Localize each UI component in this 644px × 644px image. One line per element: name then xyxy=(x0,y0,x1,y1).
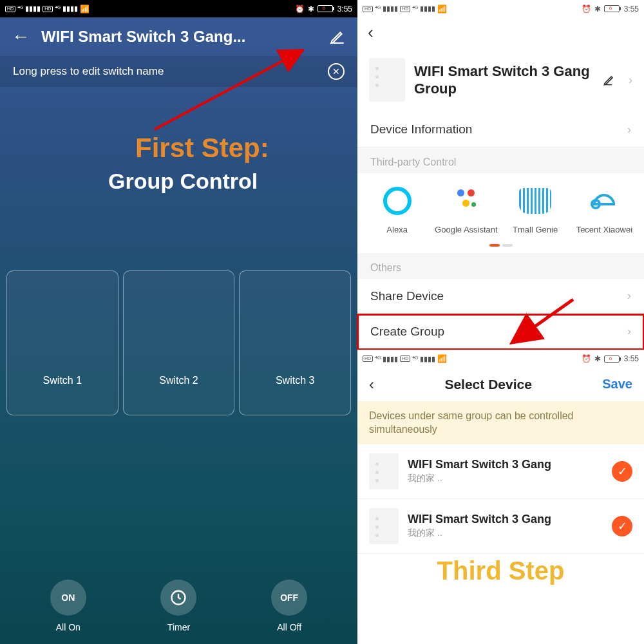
edit-device-icon[interactable] xyxy=(603,73,616,86)
chevron-right-icon: › xyxy=(627,289,631,303)
hint-text: Long press to edit switch name xyxy=(13,65,164,78)
assistant-tecent[interactable]: Tecent Xiaowei xyxy=(570,181,639,235)
select-title: Select Device xyxy=(444,377,531,392)
screen-select-device: HD⁴ᴳ ▮▮▮▮ HD⁴ᴳ ▮▮▮▮ 📶 ⏰ ✱ 6 3:55 ‹ Selec… xyxy=(357,350,644,585)
notice-bar: Devices under same group can be controll… xyxy=(357,401,644,444)
switch-1[interactable]: Switch 1 xyxy=(6,270,118,415)
assistant-google[interactable]: Google Assistant xyxy=(431,181,500,235)
tecent-xiaowei-icon xyxy=(589,191,619,211)
switch-row: Switch 1 Switch 2 Switch 3 xyxy=(6,270,351,415)
screen-main: HD⁴ᴳ ▮▮▮▮ HD⁴ᴳ ▮▮▮▮ 📶 ⏰ ✱ 6 3:55 ← WIFI … xyxy=(0,0,357,644)
switch-3[interactable]: Switch 3 xyxy=(239,270,351,415)
device-thumb-icon xyxy=(369,508,399,544)
switch-2[interactable]: Switch 2 xyxy=(123,270,235,415)
hint-bar: Long press to edit switch name ✕ xyxy=(0,56,357,87)
device-row-1[interactable]: WIFI Smart Switch 3 Gang 我的家 .. ✓ xyxy=(357,499,644,554)
assistant-tmall[interactable]: Tmall Genie xyxy=(501,181,570,235)
chevron-right-icon: › xyxy=(627,123,631,137)
all-on-button[interactable]: ON All On xyxy=(50,580,86,632)
third-step-annotation: Third Step xyxy=(357,554,644,585)
device-thumb-icon xyxy=(369,453,399,489)
chevron-right-icon: › xyxy=(627,325,631,338)
save-button[interactable]: Save xyxy=(602,377,632,392)
device-row-0[interactable]: WIFI Smart Switch 3 Gang 我的家 .. ✓ xyxy=(357,444,644,499)
check-icon[interactable]: ✓ xyxy=(612,461,632,482)
chevron-right-icon: › xyxy=(629,73,632,87)
status-time: 3:55 xyxy=(337,5,352,14)
device-header: WIFI Smart Switch 3 Gang Group › xyxy=(357,48,644,112)
back-button-2[interactable]: ‹ xyxy=(368,23,374,43)
alexa-icon xyxy=(383,187,412,215)
section-third-party: Third-party Control xyxy=(357,147,644,173)
row-device-information[interactable]: Device Information › xyxy=(357,112,644,147)
back-button-3[interactable]: ‹ xyxy=(369,375,374,393)
row-share-device[interactable]: Share Device › xyxy=(357,279,644,314)
all-off-button[interactable]: OFF All Off xyxy=(271,580,307,632)
alarm-icon: ⏰ xyxy=(582,354,591,363)
group-control-annotation: Group Control xyxy=(108,169,258,194)
edit-icon[interactable] xyxy=(329,28,346,45)
section-others: Others xyxy=(357,253,644,279)
assistant-alexa[interactable]: Alexa xyxy=(363,181,431,235)
bluetooth-icon: ✱ xyxy=(594,354,601,363)
device-name: WIFI Smart Switch 3 Gang Group xyxy=(414,62,594,98)
timer-button[interactable]: Timer xyxy=(160,580,196,632)
pager-dots xyxy=(357,240,644,253)
google-assistant-icon xyxy=(453,188,479,214)
bluetooth-icon: ✱ xyxy=(594,5,601,14)
status-bar-2: HD⁴ᴳ ▮▮▮▮ HD⁴ᴳ ▮▮▮▮ 📶 ⏰ ✱ 6 3:55 xyxy=(357,0,644,17)
device-thumb-icon xyxy=(369,58,405,102)
page-title: WIFI Smart Switch 3 Gang... xyxy=(41,28,329,46)
status-bar-3: HD⁴ᴳ ▮▮▮▮ HD⁴ᴳ ▮▮▮▮ 📶 ⏰ ✱ 6 3:55 xyxy=(357,350,644,368)
app-header: ← WIFI Smart Switch 3 Gang... xyxy=(0,17,357,56)
right-panel: HD⁴ᴳ ▮▮▮▮ HD⁴ᴳ ▮▮▮▮ 📶 ⏰ ✱ 6 3:55 Second … xyxy=(357,0,644,644)
check-icon[interactable]: ✓ xyxy=(612,516,632,536)
assistants-row: Alexa Google Assistant Tmall Genie Tecen… xyxy=(357,173,644,240)
alarm-icon: ⏰ xyxy=(582,5,591,14)
select-header: ‹ Select Device Save xyxy=(357,368,644,401)
back-button[interactable]: ← xyxy=(12,26,30,47)
first-step-annotation: First Step: xyxy=(135,133,269,164)
tmall-genie-icon xyxy=(519,188,551,214)
status-bar: HD⁴ᴳ ▮▮▮▮ HD⁴ᴳ ▮▮▮▮ 📶 ⏰ ✱ 6 3:55 xyxy=(0,0,357,17)
close-icon[interactable]: ✕ xyxy=(328,63,345,80)
bottom-actions: ON All On Timer OFF All Off xyxy=(0,580,357,632)
alarm-icon: ⏰ xyxy=(295,5,305,14)
bluetooth-icon: ✱ xyxy=(308,5,314,14)
row-create-group[interactable]: Create Group › xyxy=(357,314,644,350)
